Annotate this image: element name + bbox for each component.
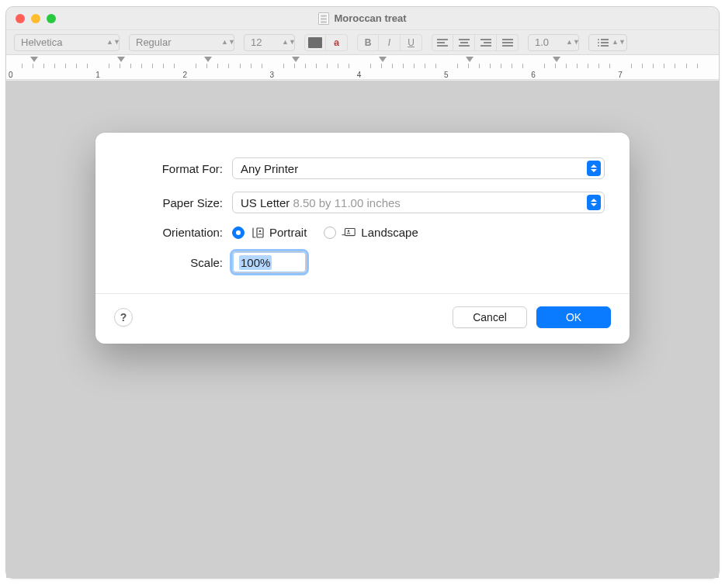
orientation-portrait-radio[interactable]: Portrait	[232, 226, 307, 239]
cancel-button-label: Cancel	[473, 311, 507, 323]
cancel-button[interactable]: Cancel	[453, 306, 527, 328]
help-icon: ?	[120, 311, 127, 323]
page-setup-sheet: Format For: Any Printer Paper Size: US L…	[95, 133, 630, 344]
format-for-value: Any Printer	[241, 162, 298, 175]
svg-point-3	[348, 230, 349, 231]
modal-overlay: Format For: Any Printer Paper Size: US L…	[6, 7, 719, 578]
orientation-radios: Portrait Landscape	[232, 226, 418, 239]
format-for-label: Format For:	[120, 162, 223, 175]
sheet-footer: ? Cancel OK	[95, 294, 630, 344]
scale-input[interactable]: 100%	[232, 251, 307, 273]
paper-size-label: Paper Size:	[120, 196, 223, 209]
orientation-label: Orientation:	[120, 226, 223, 239]
paper-size-row: Paper Size: US Letter8.50 by 11.00 inche…	[95, 185, 630, 220]
paper-size-popup[interactable]: US Letter8.50 by 11.00 inches	[232, 192, 605, 213]
format-for-row: Format For: Any Printer	[95, 151, 630, 185]
popup-arrows-icon	[587, 195, 601, 210]
ok-button[interactable]: OK	[536, 306, 611, 328]
paper-size-value: US Letter8.50 by 11.00 inches	[241, 196, 401, 209]
radio-indicator-icon	[232, 227, 245, 239]
help-button[interactable]: ?	[114, 308, 133, 327]
svg-rect-2	[345, 228, 356, 235]
svg-rect-0	[257, 228, 263, 237]
orientation-row: Orientation: Portrait Land	[95, 220, 630, 245]
landscape-icon	[341, 227, 356, 238]
portrait-icon	[249, 227, 265, 238]
orientation-landscape-radio[interactable]: Landscape	[324, 226, 418, 239]
scale-label: Scale:	[120, 256, 223, 269]
scale-value: 100%	[239, 255, 272, 270]
scale-row: Scale: 100%	[95, 245, 630, 279]
textedit-window: Moroccan treat Helvetica ▲▼ Regular ▲▼ 1…	[5, 6, 720, 579]
svg-point-1	[259, 230, 262, 232]
radio-indicator-icon	[324, 227, 336, 239]
orientation-portrait-label: Portrait	[269, 226, 307, 239]
popup-arrows-icon	[587, 161, 601, 176]
orientation-landscape-label: Landscape	[361, 226, 418, 239]
format-for-popup[interactable]: Any Printer	[232, 157, 605, 179]
ok-button-label: OK	[566, 311, 581, 323]
